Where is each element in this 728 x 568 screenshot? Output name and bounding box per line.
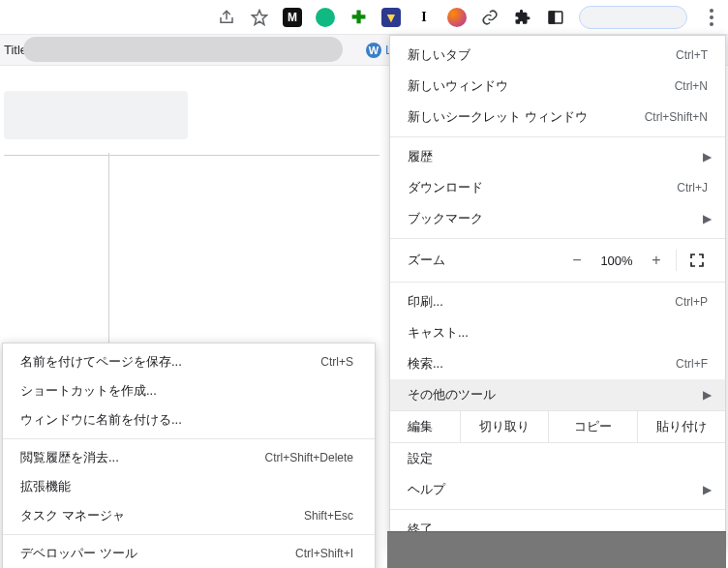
submenu-name-window[interactable]: ウィンドウに名前を付ける...	[3, 405, 375, 434]
menu-settings[interactable]: 設定	[390, 443, 725, 474]
browser-toolbar: M ✚ ▼ I	[0, 0, 728, 35]
menu-zoom-row: ズーム − 100% +	[390, 243, 725, 278]
star-icon[interactable]	[250, 8, 269, 27]
menu-new-incognito[interactable]: 新しいシークレット ウィンドウ Ctrl+Shift+N	[390, 102, 725, 133]
menu-history[interactable]: 履歴 ▶	[390, 141, 725, 172]
zoom-out-button[interactable]: −	[561, 247, 592, 274]
menu-cast[interactable]: キャスト...	[390, 317, 725, 348]
menu-print[interactable]: 印刷... Ctrl+P	[390, 286, 725, 317]
menu-more-tools[interactable]: その他のツール ▶	[390, 379, 725, 410]
zoom-in-button[interactable]: +	[641, 247, 672, 274]
fullscreen-button[interactable]	[681, 253, 713, 268]
wordpress-icon[interactable]: W	[366, 43, 381, 58]
menu-edit-row: 編集 切り取り コピー 貼り付け	[390, 410, 725, 443]
extension-icon-i[interactable]: I	[414, 8, 434, 27]
menu-find[interactable]: 検索... Ctrl+F	[390, 348, 725, 379]
menu-bookmarks[interactable]: ブックマーク ▶	[390, 203, 725, 234]
edit-paste-button[interactable]: 貼り付け	[637, 411, 725, 442]
link-icon[interactable]	[480, 8, 500, 27]
menu-new-window[interactable]: 新しいウィンドウ Ctrl+N	[390, 71, 725, 102]
svg-point-4	[710, 15, 713, 19]
share-icon[interactable]	[217, 8, 236, 27]
zoom-value: 100%	[592, 254, 641, 268]
svg-rect-2	[549, 12, 554, 23]
edit-cut-button[interactable]: 切り取り	[460, 411, 548, 442]
chevron-right-icon: ▶	[702, 150, 712, 164]
menu-accel: Ctrl+T	[676, 48, 708, 62]
submenu-create-shortcut[interactable]: ショートカットを作成...	[3, 376, 375, 405]
extensions-puzzle-icon[interactable]	[513, 8, 532, 27]
extension-icon-grammarly[interactable]	[316, 8, 335, 27]
extension-icon-firefox[interactable]	[447, 8, 467, 27]
menu-new-tab[interactable]: 新しいタブ Ctrl+T	[390, 40, 725, 71]
submenu-task-manager[interactable]: タスク マネージャ Shift+Esc	[3, 501, 375, 530]
menu-label: 新しいタブ	[408, 46, 676, 64]
menu-help[interactable]: ヘルプ ▶	[390, 474, 725, 505]
sidepanel-icon[interactable]	[546, 8, 565, 27]
submenu-developer-tools[interactable]: デベロッパー ツール Ctrl+Shift+I	[3, 539, 375, 568]
chrome-main-menu: 新しいタブ Ctrl+T 新しいウィンドウ Ctrl+N 新しいシークレット ウ…	[389, 35, 726, 550]
extension-icon-plus[interactable]: ✚	[349, 8, 368, 27]
submenu-save-page[interactable]: 名前を付けてページを保存... Ctrl+S	[3, 347, 375, 376]
profile-chip[interactable]	[579, 6, 687, 29]
submenu-clear-browsing-data[interactable]: 閲覧履歴を消去... Ctrl+Shift+Delete	[3, 443, 375, 472]
chevron-right-icon: ▶	[702, 483, 712, 496]
page-bottom-strip	[387, 531, 726, 568]
chrome-menu-button[interactable]	[701, 4, 722, 31]
edit-copy-button[interactable]: コピー	[548, 411, 636, 442]
extension-icon-download[interactable]: ▼	[381, 8, 401, 27]
menu-downloads[interactable]: ダウンロード Ctrl+J	[390, 172, 725, 203]
svg-marker-0	[253, 11, 267, 25]
svg-point-5	[710, 22, 713, 26]
svg-point-3	[710, 9, 713, 13]
extension-icon-m[interactable]: M	[283, 8, 302, 27]
chevron-right-icon: ▶	[702, 212, 712, 225]
redacted-area	[23, 37, 343, 62]
more-tools-submenu: 名前を付けてページを保存... Ctrl+S ショートカットを作成... ウィン…	[2, 343, 376, 568]
chevron-right-icon: ▶	[702, 388, 712, 402]
submenu-extensions[interactable]: 拡張機能	[3, 472, 375, 501]
